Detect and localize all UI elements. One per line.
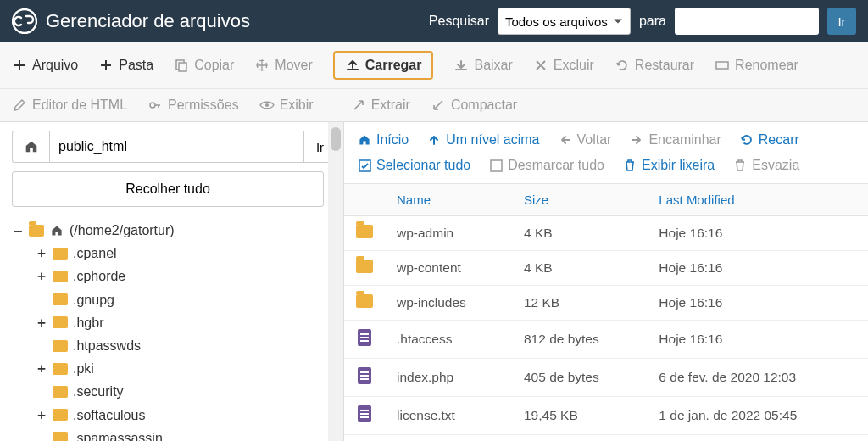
cell-size: 812 de bytes <box>512 321 647 359</box>
table-row[interactable]: wp-includes12 KBHoje 16:16 <box>344 286 868 321</box>
deselect-all-label: Desmarcar tudo <box>508 158 604 173</box>
copy-button[interactable]: Copiar <box>174 58 234 73</box>
tree-root-label: (/home2/gatortur) <box>70 219 175 242</box>
plus-icon <box>98 58 114 73</box>
home-button[interactable] <box>12 131 49 163</box>
restore-button[interactable]: Restaurar <box>615 58 694 73</box>
html-editor-button[interactable]: Editor de HTML <box>12 98 127 113</box>
folder-icon <box>356 294 373 308</box>
tree-toggle[interactable]: + <box>36 242 47 265</box>
download-icon <box>453 58 469 73</box>
compress-button[interactable]: Compactar <box>431 98 517 113</box>
tree-item[interactable]: +.pki <box>12 357 337 380</box>
nav-back-button[interactable]: Voltar <box>559 132 612 148</box>
folder-icon <box>53 386 68 398</box>
reload-icon <box>740 133 754 147</box>
folder-icon <box>53 271 68 282</box>
home-icon <box>24 139 39 154</box>
search-scope-select[interactable]: Todos os arquivos <box>498 8 631 35</box>
table-row[interactable]: index.php405 de bytes6 de fev. de 2020 1… <box>344 359 868 397</box>
cell-modified: Hoje 16:16 <box>647 286 868 321</box>
home-icon <box>358 133 371 147</box>
copy-icon <box>174 58 189 73</box>
eye-icon <box>259 98 275 113</box>
new-folder-label: Pasta <box>119 58 153 73</box>
deselect-all-button[interactable]: Desmarcar tudo <box>489 158 604 173</box>
search-input[interactable] <box>675 8 819 35</box>
select-all-button[interactable]: Selecionar tudo <box>358 158 470 173</box>
download-button[interactable]: Baixar <box>453 58 512 73</box>
folder-tree: – (/home2/gatortur) +.cpanel+.cphorde.gn… <box>12 219 337 441</box>
cell-name: index.php <box>385 359 512 397</box>
upload-button[interactable]: Carregar <box>333 51 434 80</box>
delete-icon <box>533 58 548 73</box>
folder-open-icon <box>29 225 44 237</box>
nav-forward-button[interactable]: Encaminhar <box>630 132 721 148</box>
new-file-button[interactable]: Arquivo <box>12 58 78 73</box>
tree-item[interactable]: .gnupg <box>12 288 337 311</box>
table-row[interactable]: .htaccess812 de bytesHoje 16:16 <box>344 321 868 359</box>
tree-item[interactable]: +.hgbr <box>12 311 337 334</box>
col-modified[interactable]: Last Modified <box>647 184 868 216</box>
tree-item[interactable]: +.cphorde <box>12 265 337 287</box>
table-row[interactable]: wp-admin4 KBHoje 16:16 <box>344 216 868 251</box>
sidebar-scrollbar[interactable] <box>328 122 343 441</box>
table-row[interactable]: wp-content4 KBHoje 16:16 <box>344 251 868 286</box>
view-trash-button[interactable]: Exibir lixeira <box>623 158 715 173</box>
file-icon <box>358 367 371 384</box>
rename-icon <box>715 58 730 73</box>
cell-name: wp-admin <box>385 216 512 251</box>
table-row[interactable]: license.txt19,45 KB1 de jan. de 2022 05:… <box>344 397 868 435</box>
folder-icon <box>53 293 68 305</box>
move-button[interactable]: Mover <box>254 58 312 73</box>
compress-icon <box>431 98 446 113</box>
search-go-button[interactable]: Ir <box>827 8 856 35</box>
tree-root[interactable]: – (/home2/gatortur) <box>12 219 337 242</box>
svg-point-4 <box>150 103 155 108</box>
compress-label: Compactar <box>451 98 517 113</box>
extract-button[interactable]: Extrair <box>351 98 410 113</box>
toolbar-primary: Arquivo Pasta Copiar Mover Carregar Baix… <box>0 42 868 89</box>
tree-item[interactable]: .htpasswds <box>12 334 337 357</box>
empty-trash-button[interactable]: Esvazia <box>733 158 799 173</box>
folder-icon <box>53 432 68 441</box>
cell-size: 19,45 KB <box>512 397 647 435</box>
tree-item[interactable]: +.softaculous <box>12 404 337 427</box>
trash-icon <box>623 159 637 172</box>
nav-reload-button[interactable]: Recarr <box>740 132 799 148</box>
tree-item[interactable]: .security <box>12 380 337 403</box>
tree-item-label: .spamassassin <box>73 427 163 441</box>
tree-toggle[interactable]: + <box>36 404 47 427</box>
view-button[interactable]: Exibir <box>259 98 314 113</box>
navigation-actions: Início Um nível acima Voltar Encaminhar … <box>344 122 868 158</box>
col-name[interactable]: Name <box>385 184 512 216</box>
nav-forward-label: Encaminhar <box>648 132 721 148</box>
arrow-up-icon <box>427 133 441 147</box>
path-input[interactable] <box>49 131 304 163</box>
collapse-all-button[interactable]: Recolher tudo <box>12 171 324 207</box>
extract-icon <box>351 98 366 113</box>
arrow-left-icon <box>559 133 572 147</box>
upload-icon <box>345 58 360 73</box>
nav-up-button[interactable]: Um nível acima <box>427 132 539 148</box>
col-icon[interactable] <box>344 184 385 216</box>
tree-item[interactable]: .spamassassin <box>12 427 337 441</box>
sidebar: Ir Recolher tudo – (/home2/gatortur) +.c… <box>0 122 344 441</box>
cpanel-icon <box>12 8 37 34</box>
edit-icon <box>12 98 27 113</box>
arrow-right-icon <box>630 133 643 147</box>
tree-toggle[interactable]: + <box>36 357 47 380</box>
nav-home-button[interactable]: Início <box>358 132 409 148</box>
tree-item[interactable]: +.cpanel <box>12 242 337 265</box>
permissions-button[interactable]: Permissões <box>147 98 239 113</box>
tree-toggle[interactable]: – <box>12 219 24 242</box>
tree-toggle[interactable]: + <box>36 265 47 287</box>
new-folder-button[interactable]: Pasta <box>98 58 153 73</box>
col-size[interactable]: Size <box>512 184 647 216</box>
path-navigator: Ir <box>12 131 337 163</box>
delete-button[interactable]: Excluir <box>533 58 594 73</box>
tree-item-label: .htpasswds <box>73 334 141 357</box>
tree-toggle[interactable]: + <box>36 311 47 334</box>
rename-button[interactable]: Renomear <box>715 58 798 73</box>
checkbox-checked-icon <box>358 159 371 172</box>
